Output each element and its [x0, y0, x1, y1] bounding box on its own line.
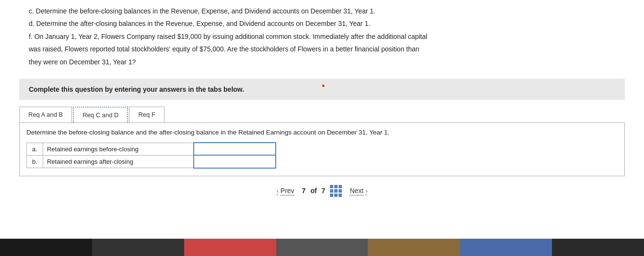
prev-arrow-icon: ‹ [276, 187, 278, 195]
tabs-row: Req A and B Req C and D Req F [19, 107, 625, 122]
input-cell-before-closing[interactable] [194, 143, 276, 155]
bottom-taskbar [0, 239, 644, 256]
taskbar-segment-2 [92, 239, 184, 256]
next-label: Next [350, 187, 363, 195]
tab-req-f[interactable]: Req F [129, 107, 164, 122]
text-section: c. Determine the before-closing balances… [0, 0, 644, 74]
navigation-row: ‹ Prev 7 of 7 Next › [0, 176, 644, 202]
tab-content-panel: Determine the before-closing balance and… [19, 122, 625, 176]
taskbar-segment-3 [184, 239, 276, 256]
taskbar-segment-7 [552, 239, 644, 256]
of-label: of [310, 187, 316, 195]
page-current: 7 [302, 187, 306, 195]
tab-description: Determine the before-closing balance and… [26, 129, 618, 136]
line-f-3: they were on December 31, Year 1? [29, 57, 615, 67]
red-dot-indicator: • [322, 82, 325, 90]
line-c: c. Determine the before-closing balances… [29, 6, 615, 16]
line-f-2: was raised, Flowers reported total stock… [29, 44, 615, 54]
label-before-closing: Retained earnings before-closing [43, 143, 194, 155]
input-after-closing[interactable] [194, 156, 275, 168]
page-info: 7 of 7 [302, 185, 342, 197]
prev-label: Prev [281, 187, 294, 195]
input-cell-after-closing[interactable] [194, 155, 276, 168]
next-arrow-icon: › [365, 187, 367, 195]
grid-icon[interactable] [330, 185, 342, 197]
line-d: d. Determine the after-closing balances … [29, 18, 615, 29]
table-row: b. Retained earnings after-closing [27, 155, 276, 168]
page-total: 7 [322, 187, 326, 195]
table-row: a. Retained earnings before-closing [27, 143, 276, 155]
prev-button[interactable]: ‹ Prev [276, 187, 294, 195]
taskbar-segment-1 [0, 239, 92, 256]
next-button[interactable]: Next › [350, 187, 367, 195]
tab-req-a-b[interactable]: Req A and B [19, 107, 72, 122]
input-before-closing[interactable] [194, 143, 275, 155]
label-after-closing: Retained earnings after-closing [43, 155, 194, 168]
taskbar-segment-4 [276, 239, 368, 256]
taskbar-segment-5 [368, 239, 460, 256]
row-letter-b: b. [27, 155, 43, 168]
retained-earnings-table: a. Retained earnings before-closing b. [26, 143, 276, 168]
instruction-text: Complete this question by entering your … [29, 85, 244, 93]
tabs-area: Req A and B Req C and D Req F Determine … [19, 107, 625, 176]
row-letter-a: a. [27, 143, 43, 155]
taskbar-segment-6 [460, 239, 552, 256]
tab-req-c-d[interactable]: Req C and D [73, 107, 128, 122]
instruction-box: • Complete this question by entering you… [19, 79, 625, 100]
line-f-1: f. On January 1, Year 2, Flowers Company… [29, 31, 615, 42]
page-wrapper: c. Determine the before-closing balances… [0, 0, 644, 256]
